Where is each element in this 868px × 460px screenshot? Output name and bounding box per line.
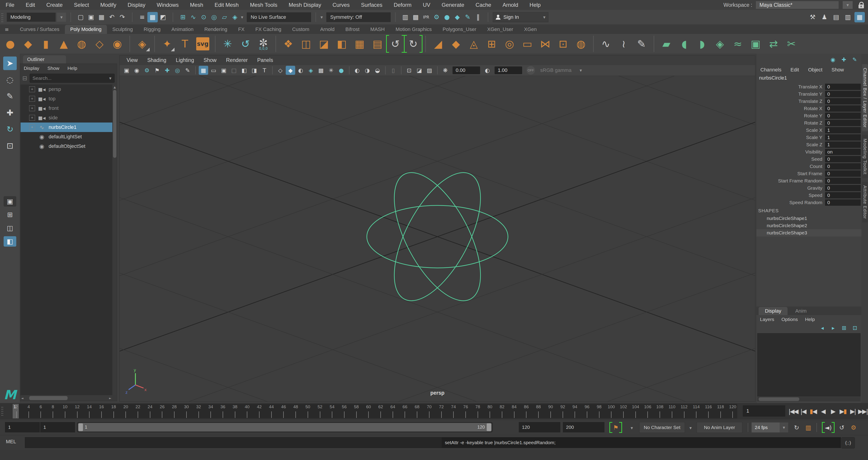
paint-select-tool[interactable]: ✎: [3, 90, 17, 103]
remesh-icon[interactable]: ▤: [369, 35, 386, 52]
combine-icon[interactable]: ◫: [298, 35, 314, 52]
layer-menu-help[interactable]: Help: [805, 317, 815, 322]
modeling-toolkit-toggle-icon[interactable]: ⚒: [807, 12, 818, 22]
menu-edit-mesh[interactable]: Edit Mesh: [209, 0, 244, 10]
light-editor-icon[interactable]: ◆: [452, 12, 463, 22]
shelf-tab-fx-caching[interactable]: FX Caching: [250, 25, 287, 34]
mirror-icon[interactable]: ◧: [333, 35, 350, 52]
select-object-icon[interactable]: ▦: [147, 12, 158, 22]
smooth-shade-icon[interactable]: ◆: [286, 66, 295, 75]
pause-viewport-icon[interactable]: ‖: [473, 12, 483, 22]
zoom-region-icon[interactable]: ◎: [173, 66, 182, 75]
layer-tab-anim[interactable]: Anim: [789, 307, 813, 315]
smooth-icon[interactable]: ▦: [351, 35, 368, 52]
edit-pivot-icon[interactable]: ⊡: [555, 35, 571, 52]
menu-cache[interactable]: Cache: [470, 0, 497, 10]
safe-action-icon[interactable]: ◨: [250, 66, 259, 75]
script-editor-icon[interactable]: {;}: [841, 437, 855, 449]
add-bookmark-icon[interactable]: ⚑: [610, 423, 621, 432]
play-forwards-button[interactable]: ▶: [828, 405, 838, 418]
uv-editor-icon[interactable]: ▣: [747, 35, 764, 52]
menu-edit[interactable]: Edit: [20, 0, 41, 10]
pan-zoom-icon[interactable]: ✚: [162, 66, 172, 75]
layer-menu-options[interactable]: Options: [781, 317, 798, 322]
menu-arnold[interactable]: Arnold: [497, 0, 524, 10]
scale-tool[interactable]: ⊡: [3, 139, 17, 153]
menu-deform[interactable]: Deform: [388, 0, 417, 10]
grid-toggle-icon[interactable]: ▦: [199, 66, 208, 75]
expander-icon[interactable]: +: [29, 96, 35, 102]
go-to-start-button[interactable]: |◀◀: [788, 405, 798, 418]
menu-set-caret-icon[interactable]: ▾: [57, 13, 66, 22]
poly-plane-icon[interactable]: ◇: [91, 35, 108, 52]
unfold-uv-icon[interactable]: ≈: [730, 35, 746, 52]
four-pane-layout[interactable]: ⊞: [4, 210, 16, 220]
viewport-menu-view[interactable]: View: [122, 57, 143, 63]
new-scene-icon[interactable]: ▢: [75, 12, 86, 22]
channel-value-field[interactable]: 0: [825, 84, 861, 90]
save-scene-icon[interactable]: ▦: [96, 12, 107, 22]
layer-tab-display[interactable]: Display: [758, 307, 787, 315]
channel-value-field[interactable]: 1: [825, 134, 861, 141]
scrollbar-handle[interactable]: [113, 90, 116, 158]
live-surface-field[interactable]: No Live Surface: [247, 12, 311, 22]
contrast-icon[interactable]: ◐: [483, 66, 492, 75]
animation-preferences-icon[interactable]: ⚙: [848, 423, 859, 432]
shelf-tab-custom[interactable]: Custom: [287, 25, 315, 34]
ultra-shape-icon[interactable]: ❖: [280, 35, 297, 52]
viewport-menu-show[interactable]: Show: [199, 57, 221, 63]
range-end-handle[interactable]: [487, 423, 491, 431]
viewport-menu-shading[interactable]: Shading: [143, 57, 171, 63]
character-set-caret-icon[interactable]: ▾: [631, 425, 633, 431]
channel-box-object-name[interactable]: nurbsCircle1: [759, 75, 787, 81]
channel-value-field[interactable]: 0: [825, 120, 861, 126]
menu-select[interactable]: Select: [68, 0, 95, 10]
select-tool[interactable]: ➤: [3, 57, 17, 70]
outliner-persp-layout[interactable]: ◧: [4, 236, 16, 247]
channel-value-field[interactable]: 1: [825, 127, 861, 133]
sound-mute-icon[interactable]: ◄): [823, 423, 834, 432]
outliner-search-caret-icon[interactable]: ▾: [109, 75, 112, 81]
spherical-mapping-icon[interactable]: ◗: [694, 35, 710, 52]
outliner-menu-help[interactable]: Help: [67, 66, 77, 71]
shelf-tab-rendering[interactable]: Rendering: [199, 25, 233, 34]
automatic-mapping-icon[interactable]: ◈: [712, 35, 728, 52]
channel-value-field[interactable]: 1: [825, 142, 861, 148]
snap-to-view-plane-icon[interactable]: ▱: [219, 12, 230, 22]
playback-end-field[interactable]: 120: [519, 422, 560, 432]
shelf-tab-fx[interactable]: FX: [233, 25, 250, 34]
separate-icon[interactable]: ◪: [315, 35, 332, 52]
sidetab-channel-box-layer-editor[interactable]: Channel Box / Layer Editor: [862, 64, 868, 131]
outliner-menu-show[interactable]: Show: [48, 66, 59, 71]
tool-settings-toggle-icon[interactable]: ▥: [843, 12, 853, 22]
channel-value-field[interactable]: 0: [825, 98, 861, 104]
channel-value-field[interactable]: 0: [825, 171, 861, 177]
cut-sew-uv-icon[interactable]: ✂: [783, 35, 800, 52]
character-set-field[interactable]: No Character Set: [639, 422, 685, 433]
cylindrical-mapping-icon[interactable]: ◖: [676, 35, 692, 52]
shelf-tab-bifrost[interactable]: Bifrost: [340, 25, 365, 34]
outliner-item-defaultobjectset[interactable]: ◉defaultObjectSet: [21, 142, 112, 151]
gate-mask-icon[interactable]: □: [229, 66, 239, 75]
poly-cube-icon[interactable]: ◆: [20, 35, 36, 52]
color-management-dropdown[interactable]: sRGB gamma▾: [540, 67, 582, 73]
all-lights-icon[interactable]: ◐: [352, 66, 362, 75]
snap-caret-icon[interactable]: ▾: [241, 14, 243, 20]
extrude-icon[interactable]: ◢: [430, 35, 446, 52]
film-gate-icon[interactable]: ▭: [209, 66, 218, 75]
ambient-occlusion-icon[interactable]: ◒: [373, 66, 382, 75]
exposure-field[interactable]: 0.00: [453, 66, 480, 74]
exposure-icon[interactable]: ❋: [440, 66, 450, 75]
menu-help[interactable]: Help: [524, 0, 546, 10]
create-layer-from-selected-icon[interactable]: ⊡: [850, 324, 859, 332]
isolate-select-icon[interactable]: ▯: [389, 66, 398, 75]
attribute-editor-toggle-icon[interactable]: ▤: [831, 12, 841, 22]
super-shape-icon[interactable]: ✦: [159, 35, 176, 52]
anim-layer-caret-icon[interactable]: ▾: [689, 425, 692, 431]
channel-value-field[interactable]: on: [825, 149, 861, 155]
outliner-horizontal-scrollbar[interactable]: ◄ ►: [20, 396, 112, 401]
current-time-field[interactable]: 1: [743, 405, 785, 417]
poly-cone-icon[interactable]: ▲: [55, 35, 72, 52]
workspace-dropdown[interactable]: Maya Classic*: [756, 1, 839, 9]
lock-camera-icon[interactable]: ◉: [132, 66, 142, 75]
